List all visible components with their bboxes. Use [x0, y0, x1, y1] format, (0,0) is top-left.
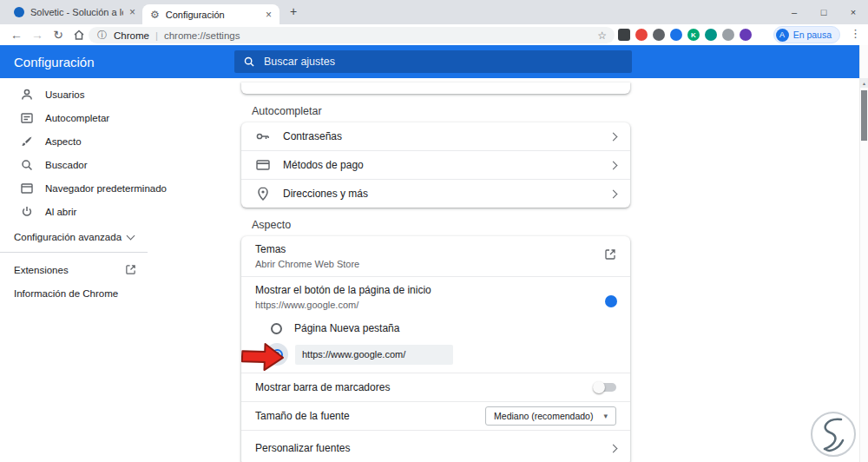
row-subtitle: https://www.google.com/ [255, 300, 616, 310]
external-link-icon [604, 248, 616, 261]
autofill-row-addresses[interactable]: Direcciones y más [241, 180, 630, 208]
row-label: Direcciones y más [283, 188, 598, 200]
gray-extension-icon[interactable] [653, 29, 665, 41]
avatar: A [776, 29, 789, 42]
url-text: chrome://settings [164, 30, 597, 41]
close-window-button[interactable]: × [838, 0, 868, 24]
font-size-select[interactable]: Mediano (recomendado) ▾ [485, 406, 616, 426]
row-subtitle: Abrir Chrome Web Store [255, 259, 616, 269]
sidebar-item-label: Buscador [45, 160, 88, 170]
reload-button[interactable]: ↻ [49, 25, 68, 43]
extensions-label: Extensiones [14, 265, 69, 275]
tab-close-icon[interactable]: × [129, 7, 135, 17]
omnibox[interactable]: ⓘ Chrome | chrome://settings ☆ [89, 27, 615, 43]
advanced-settings-toggle[interactable]: Configuración avanzada [0, 225, 148, 248]
toolbar-home-button[interactable] [69, 25, 89, 43]
new-tab-page-radio[interactable] [271, 323, 282, 334]
autofill-icon [20, 111, 34, 125]
person-icon [20, 88, 34, 102]
customize-fonts-row[interactable]: Personalizar fuentes [241, 431, 630, 462]
sidebar-item-extensiones[interactable]: Extensiones [0, 258, 148, 281]
sidebar-item-label: Usuarios [45, 89, 84, 100]
appearance-section-title: Aspecto [252, 219, 620, 231]
appearance-card: Temas Abrir Chrome Web Store Mostrar el … [241, 236, 630, 462]
location-pin-icon [255, 186, 271, 201]
minimize-button[interactable]: – [779, 0, 809, 24]
sidebar-item-label: Navegador predeterminado [45, 183, 167, 194]
tab-title: Configuración [166, 10, 260, 20]
settings-content: Autocompletar Contraseñas Métodos de pag… [241, 78, 630, 462]
key-icon [255, 129, 271, 144]
forward-button[interactable]: → [28, 25, 47, 43]
new-tab-button[interactable]: + [290, 4, 297, 18]
search-input[interactable] [264, 56, 632, 68]
tab-title: Solvetic - Solución a los problem [30, 7, 123, 17]
window-controls: – □ × [779, 0, 868, 24]
blue-extension-icon[interactable] [670, 29, 682, 41]
settings-search-box[interactable] [234, 50, 632, 73]
radio-label: Página Nueva pestaña [294, 322, 399, 334]
tab-strip: Solvetic - Solución a los problem × ⚙ Co… [0, 0, 868, 24]
teal-brush-extension-icon[interactable] [705, 29, 717, 41]
row-title: Mostrar el botón de la página de inicio [255, 284, 616, 296]
font-size-row: Tamaño de la fuente Mediano (recomendado… [241, 402, 630, 430]
show-home-button-row[interactable]: Mostrar el botón de la página de inicio … [241, 277, 630, 317]
extensions-row: K [618, 29, 752, 41]
row-label: Tamaño de la fuente [255, 410, 485, 422]
maximize-button[interactable]: □ [809, 0, 838, 24]
sidebar-item-aspecto[interactable]: Aspecto [0, 129, 226, 153]
new-tab-page-radio-row[interactable]: Página Nueva pestaña [241, 317, 630, 340]
credit-card-icon [255, 157, 271, 173]
purple-extension-icon[interactable] [740, 29, 752, 41]
autofill-section-title: Autocompletar [252, 105, 620, 117]
chevron-right-icon [609, 189, 618, 198]
autofill-row-passwords[interactable]: Contraseñas [241, 122, 630, 150]
keyboard-extension-icon[interactable] [618, 29, 630, 41]
autofill-row-payment-methods[interactable]: Métodos de pago [241, 151, 630, 179]
caret-down-icon: ▾ [603, 412, 608, 420]
sidebar-item-al-abrir[interactable]: Al abrir [0, 200, 226, 223]
scroll-up-button[interactable]: ▴ [860, 78, 868, 88]
sidebar-item-label: Aspecto [45, 136, 82, 147]
sidebar-item-navegador-predeterminado[interactable]: Navegador predeterminado [0, 176, 226, 200]
sidebar-item-informacion-de-chrome[interactable]: Información de Chrome [0, 281, 226, 305]
browser-tab-solvetic[interactable]: Solvetic - Solución a los problem × [9, 0, 141, 23]
page-info-icon[interactable]: ⓘ [97, 29, 107, 42]
row-label: Contraseñas [283, 130, 598, 142]
page-title: Configuración [14, 45, 95, 78]
power-icon [20, 205, 34, 219]
tab-close-icon[interactable]: × [266, 10, 272, 20]
font-size-value: Mediano (recomendado) [494, 411, 593, 421]
custom-homepage-radio-row[interactable] [241, 340, 630, 373]
browser-tab-settings[interactable]: ⚙ Configuración × [142, 4, 279, 24]
home-icon [72, 28, 86, 42]
person-extension-icon[interactable] [722, 29, 734, 41]
vertical-scrollbar[interactable]: ▴ [859, 45, 868, 462]
settings-header: Configuración [0, 45, 868, 78]
scrolled-card-fragment [241, 82, 630, 94]
custom-homepage-url-input[interactable] [295, 345, 453, 365]
scrollbar-thumb[interactable] [861, 90, 867, 141]
sidebar-item-usuarios[interactable]: Usuarios [0, 82, 226, 106]
browser-window: Solvetic - Solución a los problem × ⚙ Co… [0, 0, 868, 462]
browser-window-icon [20, 182, 34, 195]
sidebar-item-autocompletar[interactable]: Autocompletar [0, 106, 226, 129]
red-circle-extension-icon[interactable] [635, 29, 648, 41]
themes-row[interactable]: Temas Abrir Chrome Web Store [241, 236, 630, 276]
profile-chip[interactable]: A En pausa [773, 26, 840, 43]
bookmarks-bar-row[interactable]: Mostrar barra de marcadores [241, 373, 630, 401]
row-label: Mostrar barra de marcadores [255, 381, 594, 393]
back-button[interactable]: ← [7, 25, 26, 43]
kebab-menu-icon[interactable]: ⋮ [850, 27, 861, 40]
sidebar-item-buscador[interactable]: Buscador [0, 153, 226, 176]
solvetic-watermark-icon [809, 410, 858, 459]
chevron-right-icon [609, 161, 618, 169]
advanced-settings-label: Configuración avanzada [14, 232, 122, 242]
bookmarks-bar-toggle[interactable] [594, 383, 616, 392]
about-chrome-label: Información de Chrome [14, 288, 118, 299]
bookmark-star-icon[interactable]: ☆ [597, 30, 607, 42]
green-k-extension-icon[interactable]: K [687, 29, 700, 41]
search-icon [243, 56, 255, 68]
chevron-right-icon [609, 444, 618, 452]
red-arrow-annotation [240, 339, 285, 375]
